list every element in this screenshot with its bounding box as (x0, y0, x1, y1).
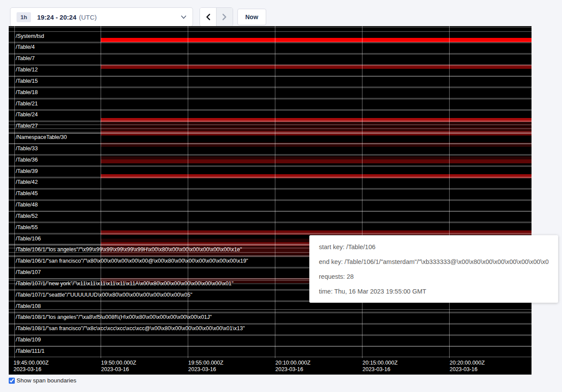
time-range-zone: (UTC) (79, 14, 97, 21)
span-boundary-line (9, 323, 532, 324)
span-boundary-line (9, 125, 532, 125)
tick-date: 2023-03-16 (450, 366, 485, 373)
time-axis-tick: 20:15:00.000Z2023-03-16 (362, 360, 398, 373)
hover-tooltip: start key: /Table/106 end key: /Table/10… (309, 235, 558, 303)
time-column-boundary-line (362, 26, 362, 358)
span-boundary-line (9, 309, 532, 310)
span-key-label: /NamespaceTable/30 (16, 135, 67, 140)
span-boundary-line (9, 128, 532, 129)
span-boundary-line (9, 54, 532, 54)
span-key-label: /Table/106/1/"san francisco"/"\x80\x00\x… (16, 258, 248, 264)
span-key-label: /Table/111/1 (16, 348, 44, 354)
span-key-label: /Table/4 (16, 44, 35, 50)
span-key-label: /Table/18 (16, 90, 38, 95)
time-axis-tick: 20:20:00.000Z2023-03-16 (450, 360, 485, 373)
key-visualizer-heatmap[interactable]: /System/tsd/Table/4/Table/7/Table/12/Tab… (9, 26, 532, 375)
show-span-boundaries-label: Show span boundaries (17, 377, 76, 384)
span-boundary-line (9, 188, 532, 189)
span-key-label: /Table/7 (16, 56, 35, 61)
heatmap-hot-band (101, 159, 532, 163)
now-button[interactable]: Now (237, 9, 266, 25)
span-boundary-line (9, 43, 532, 43)
span-boundary-line (9, 154, 532, 155)
span-key-label: /Table/12 (16, 67, 38, 73)
tick-date: 2023-03-16 (362, 366, 398, 373)
span-boundary-line (9, 88, 532, 88)
tick-date: 2023-03-16 (188, 366, 223, 373)
span-boundary-line (9, 122, 532, 122)
span-boundary-line (9, 357, 532, 357)
span-key-label: /Table/107 (16, 270, 41, 275)
span-boundary-line (9, 31, 532, 32)
span-boundary-line (9, 27, 532, 27)
time-column-boundary-line (449, 26, 450, 358)
span-boundary-line (9, 222, 532, 222)
span-key-label: /Table/52 (16, 213, 38, 219)
span-key-label: /Table/21 (16, 101, 38, 107)
span-boundary-line (9, 200, 532, 201)
time-axis-tick: 19:45:00.000Z2023-03-16 (14, 360, 49, 373)
time-window-nav (200, 7, 233, 27)
tick-time: 19:55:00.000Z (188, 360, 223, 366)
tick-time: 20:10:00.000Z (275, 360, 311, 366)
span-key-label: /Table/107/1/"new york"/"\x11\x11\x11\x1… (16, 281, 234, 287)
span-boundary-line (9, 189, 532, 189)
span-boundary-line (9, 166, 532, 167)
tooltip-start-key: start key: /Table/106 (319, 240, 548, 254)
time-axis-tick: 19:50:00.000Z2023-03-16 (101, 360, 136, 373)
span-boundary-line (9, 76, 532, 77)
span-boundary-line (9, 346, 532, 347)
heatmap-hot-band (101, 156, 532, 160)
span-key-label: /Table/36 (16, 157, 38, 163)
time-column-boundary-line (188, 26, 188, 358)
show-span-boundaries-checkbox[interactable] (9, 378, 15, 384)
span-boundary-line (9, 178, 532, 178)
time-column-boundary-line (101, 26, 101, 358)
previous-window-button[interactable] (200, 8, 216, 26)
span-key-label: /Table/107/1/"seattle"/"UUUUUUD\x00\x80\… (16, 292, 192, 298)
span-key-label: /Table/106/1/"los angeles"/"\x99\x99\x99… (16, 247, 242, 253)
tick-time: 19:50:00.000Z (101, 360, 136, 366)
tick-date: 2023-03-16 (14, 366, 49, 373)
tooltip-end-key: end key: /Table/106/1/"amsterdam"/"\xb33… (319, 254, 548, 269)
span-key-label: /Table/15 (16, 78, 38, 84)
time-range-label: 19:24 - 20:24 (37, 14, 76, 21)
span-key-label: /Table/24 (16, 112, 38, 118)
span-boundary-line (9, 144, 532, 144)
span-key-label: /Table/108/1/"san francisco"/"\x8c\xcc\x… (16, 326, 245, 331)
span-boundary-line (9, 87, 532, 87)
span-key-label: /Table/48 (16, 202, 38, 208)
time-axis-tick: 20:10:00.000Z2023-03-16 (275, 360, 311, 373)
span-key-label: /Table/108 (16, 304, 41, 309)
span-key-label: /System/tsd (16, 34, 44, 39)
span-boundary-line (9, 53, 532, 54)
tick-time: 19:45:00.000Z (14, 360, 49, 366)
span-boundary-line (9, 234, 532, 234)
tooltip-requests: requests: 28 (319, 269, 548, 284)
tick-date: 2023-03-16 (275, 366, 311, 373)
span-key-label: /Table/108/1/"los angeles"/"\xa8\xf5\u00… (16, 314, 212, 320)
span-key-label: /Table/106 (16, 236, 41, 242)
tick-date: 2023-03-16 (101, 366, 136, 373)
tick-time: 20:15:00.000Z (362, 360, 398, 366)
time-range-dropdown[interactable]: 1h 19:24 - 20:24 (UTC) (10, 7, 193, 27)
time-column-boundary-line (275, 26, 275, 358)
span-key-label: /Table/39 (16, 169, 38, 174)
span-boundary-line (9, 313, 532, 313)
next-window-button[interactable] (216, 8, 233, 26)
span-key-label: /Table/45 (16, 191, 38, 196)
span-boundary-line (9, 211, 532, 212)
span-boundary-line (9, 324, 532, 324)
span-boundary-line (9, 99, 532, 99)
time-axis-tick: 19:55:00.000Z2023-03-16 (188, 360, 223, 373)
time-range-duration-badge: 1h (17, 12, 31, 22)
chevron-down-icon (181, 15, 186, 19)
span-key-label: /Table/42 (16, 179, 38, 185)
span-key-label: /Table/33 (16, 146, 38, 152)
span-boundary-line (9, 110, 532, 111)
span-boundary-line (9, 155, 532, 155)
span-boundary-line (9, 65, 532, 66)
span-boundary-line (9, 133, 532, 134)
span-boundaries-control: Show span boundaries (9, 377, 76, 384)
tick-time: 20:20:00.000Z (450, 360, 485, 366)
